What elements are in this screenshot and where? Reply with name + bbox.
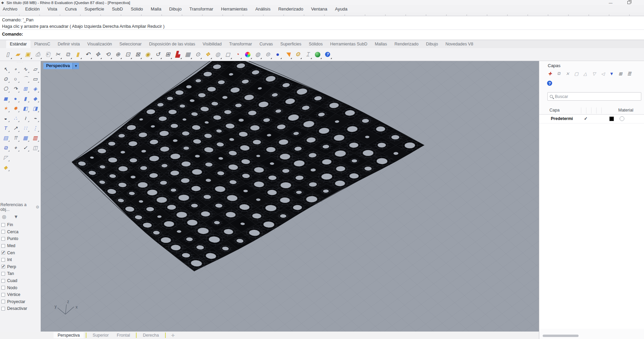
scale-tool-icon[interactable]: ↗ bbox=[11, 123, 20, 133]
undo-view-icon[interactable]: ↺ bbox=[153, 49, 163, 60]
blend-curve-tool-icon[interactable]: ≀ bbox=[20, 113, 30, 123]
layers-list-area[interactable] bbox=[539, 123, 644, 329]
osnap-checkbox[interactable]: Cen bbox=[1, 249, 41, 256]
menu-item[interactable]: Edición bbox=[25, 6, 40, 12]
zoom-extents-icon[interactable]: ⊠ bbox=[133, 49, 143, 60]
polygon-tool-icon[interactable]: ⎔ bbox=[1, 84, 11, 94]
panel-menu-icon[interactable]: ☰ bbox=[626, 71, 632, 77]
osnap-checkbox[interactable]: Int bbox=[1, 256, 41, 263]
freeform-curve-tool-icon[interactable]: ↷ bbox=[11, 84, 20, 94]
rectangle-3pt-tool-icon[interactable]: ▱ bbox=[30, 64, 40, 74]
osnap-filter-icon[interactable]: ▼ bbox=[14, 214, 18, 219]
color-wheel-icon[interactable] bbox=[243, 49, 253, 60]
distribute-tool-icon[interactable]: ⇈ bbox=[11, 133, 20, 143]
command-prompt[interactable]: Comando: bbox=[0, 29, 644, 40]
osnap-checkbox[interactable]: Punto bbox=[1, 235, 41, 242]
lights-icon[interactable]: ◍ bbox=[213, 49, 223, 60]
move-up-icon[interactable]: △ bbox=[582, 71, 588, 77]
menu-item[interactable]: SubD bbox=[112, 6, 123, 12]
osnap-checkbox[interactable]: Cuad bbox=[1, 277, 41, 284]
display-mode-icon[interactable]: ◔ bbox=[233, 49, 243, 60]
split-tool-icon[interactable]: ◨ bbox=[30, 103, 40, 113]
ribbon-tab[interactable]: Herramientas SubD bbox=[326, 40, 371, 48]
array-tool-icon[interactable]: ∷ bbox=[20, 123, 30, 133]
boolean-union-tool-icon[interactable]: ∴ bbox=[11, 113, 20, 123]
osnap-checkbox[interactable]: Med bbox=[1, 242, 41, 250]
layout-pages-tool-icon[interactable]: ⧉ bbox=[1, 143, 11, 153]
box-tool-icon[interactable]: ◼ bbox=[1, 94, 11, 103]
chevron-down-icon[interactable]: ▼ bbox=[73, 63, 79, 69]
pan-hand-icon[interactable]: ✥ bbox=[93, 49, 103, 60]
viewport-canvas[interactable]: yzx Perspectiva ▼ bbox=[41, 61, 539, 332]
zoom-dynamic-icon[interactable]: ⊕ bbox=[113, 49, 123, 60]
menu-item[interactable]: Curva bbox=[65, 6, 77, 12]
set-view-icon[interactable]: ⊙ bbox=[193, 49, 203, 60]
menu-item[interactable]: Renderizado bbox=[278, 6, 303, 12]
ghosted-display-icon[interactable]: ⊜ bbox=[263, 49, 273, 60]
osnap-checkbox[interactable]: Fin bbox=[1, 221, 41, 228]
move-left-icon[interactable]: ◁ bbox=[600, 71, 606, 77]
ribbon-tab[interactable]: Renderizado bbox=[391, 40, 422, 48]
layer-row[interactable]: Predetermi ✓ bbox=[539, 115, 644, 123]
menu-item[interactable]: Archivo bbox=[3, 6, 17, 12]
command-history[interactable]: Comando: '_Pan Haga clic y arrastre para… bbox=[0, 16, 644, 29]
ribbon-tab[interactable]: Seleccionar bbox=[116, 40, 145, 48]
add-viewport-tab-button[interactable]: ✛ bbox=[168, 333, 178, 338]
package-manager-earth-icon[interactable] bbox=[313, 49, 323, 60]
viewport-tab[interactable]: Frontal bbox=[113, 332, 134, 338]
cylinder-tool-icon[interactable]: ▮ bbox=[20, 94, 30, 103]
viewport-tab[interactable]: Superior bbox=[88, 332, 113, 338]
circle-tool-icon[interactable]: ⊙ bbox=[1, 74, 11, 84]
select-tool-icon[interactable]: ↖ bbox=[1, 64, 11, 74]
selection-filter-icon[interactable]: ❖ bbox=[203, 49, 213, 60]
surface-patch-tool-icon[interactable]: ⊞ bbox=[20, 84, 30, 94]
ribbon-tab[interactable]: Definir vista bbox=[54, 40, 83, 48]
osnap-checkbox[interactable]: Cerca bbox=[1, 228, 41, 236]
trim-tool-icon[interactable]: ◧ bbox=[20, 103, 30, 113]
cut-icon[interactable]: ✂ bbox=[53, 49, 63, 60]
column-header-layer[interactable]: Capa bbox=[549, 108, 560, 113]
adjust-end-bulge-tool-icon[interactable]: ⌁ bbox=[30, 113, 40, 123]
surface-sweep-tool-icon[interactable]: ◈ bbox=[30, 84, 40, 94]
viewport-tab[interactable]: Perspectiva bbox=[54, 332, 84, 338]
delete-layer-icon[interactable]: ✕ bbox=[565, 71, 570, 77]
help-icon[interactable]: ? bbox=[323, 49, 333, 60]
cplane-icon[interactable]: ▦ bbox=[183, 49, 193, 60]
open-document-icon[interactable]: ▰ bbox=[13, 49, 23, 60]
ribbon-tab[interactable]: Sólidos bbox=[305, 40, 326, 48]
shaded-objects-tool-icon[interactable]: ◫ bbox=[30, 143, 40, 153]
ribbon-tab[interactable]: PlanosC bbox=[31, 40, 54, 48]
osnap-checkbox[interactable]: Nodo bbox=[1, 284, 41, 291]
column-header-material[interactable]: Material bbox=[618, 108, 633, 113]
rotate-view-icon[interactable]: ⟲ bbox=[103, 49, 113, 60]
ribbon-tab[interactable]: Disposición de las vistas bbox=[145, 40, 199, 48]
arc-tool-icon[interactable]: ⌒ bbox=[20, 74, 30, 84]
osnap-checkbox[interactable]: Perp bbox=[1, 263, 41, 271]
menu-item[interactable]: Sólido bbox=[131, 6, 143, 12]
check-objects-tool-icon[interactable]: ✓ bbox=[20, 143, 30, 153]
menu-item[interactable]: Malla bbox=[151, 6, 161, 12]
rectangle-tool-icon[interactable]: ▭ bbox=[30, 74, 40, 84]
smash-tool-icon[interactable]: ✸ bbox=[11, 103, 20, 113]
layer-color-swatch[interactable] bbox=[609, 117, 614, 121]
copy-icon[interactable]: ⧉ bbox=[63, 49, 73, 60]
point-tool-icon[interactable]: ∘ bbox=[11, 64, 20, 74]
viewport-tab[interactable]: Derecha bbox=[139, 332, 163, 338]
duplicate-layer-icon[interactable]: ▢ bbox=[573, 71, 579, 77]
solid-tools-icon[interactable]: ◆ bbox=[30, 94, 40, 103]
ribbon-tab[interactable]: Transformar bbox=[225, 40, 256, 48]
new-document-icon[interactable]: ▯ bbox=[3, 49, 13, 60]
layers-help-icon[interactable]: ? bbox=[547, 81, 552, 86]
export-icon[interactable]: ⎗ bbox=[43, 49, 53, 60]
sphere-tool-icon[interactable]: ● bbox=[11, 94, 20, 103]
viewport-label[interactable]: Perspectiva ▼ bbox=[43, 63, 79, 69]
new-layer-icon[interactable]: ✚ bbox=[547, 71, 553, 77]
drag-tool-icon[interactable]: ◸ bbox=[1, 153, 11, 162]
polar-array-tool-icon[interactable]: ▥ bbox=[30, 133, 40, 143]
gear-icon[interactable]: ⚙ bbox=[36, 205, 39, 210]
ribbon-tab[interactable]: Visibilidad bbox=[199, 40, 225, 48]
osnap-center-icon[interactable]: ◎ bbox=[2, 214, 6, 219]
raytraced-sphere-icon[interactable]: ● bbox=[273, 49, 283, 60]
menu-item[interactable]: Ventana bbox=[311, 6, 327, 12]
minimize-button[interactable]: — bbox=[609, 1, 612, 5]
